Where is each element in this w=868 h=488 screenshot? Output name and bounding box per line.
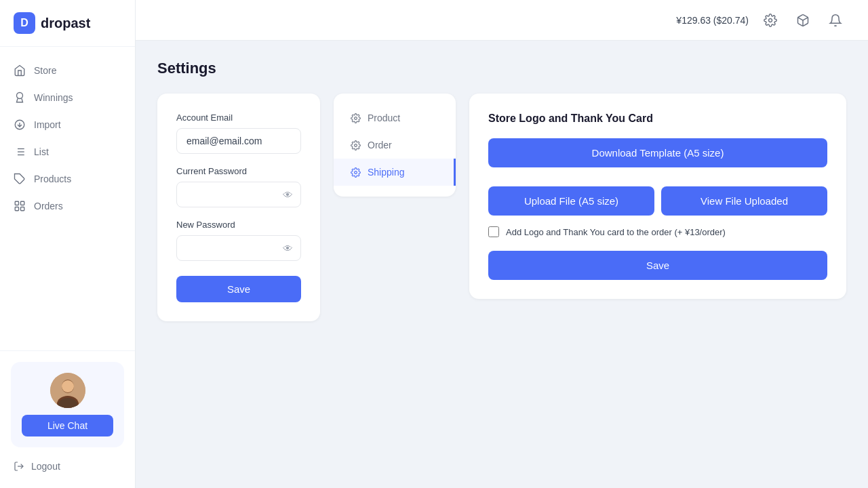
current-password-label: Current Password xyxy=(176,166,301,176)
settings-nav-product-label: Product xyxy=(368,113,400,123)
settings-nav-order[interactable]: Order xyxy=(334,131,456,159)
svg-point-19 xyxy=(769,18,772,22)
svg-point-16 xyxy=(62,380,74,392)
store-logo-card: Store Logo and Thank You Card Download T… xyxy=(469,94,846,299)
sidebar-item-products-label: Products xyxy=(34,174,71,184)
sidebar-item-winnings-label: Winnings xyxy=(34,92,73,103)
settings-icon[interactable] xyxy=(760,9,781,31)
new-password-label: New Password xyxy=(176,220,301,230)
svg-point-21 xyxy=(354,117,357,119)
svg-rect-10 xyxy=(21,201,24,205)
sidebar-item-products[interactable]: Products xyxy=(0,166,135,192)
main: ¥129.63 ($20.74) Settings xyxy=(136,0,868,488)
sidebar-item-import-label: Import xyxy=(34,119,61,130)
sidebar-logo: D dropast xyxy=(0,0,135,47)
new-password-wrap: 👁 xyxy=(176,235,301,261)
sidebar-item-list[interactable]: List xyxy=(0,139,135,165)
sidebar-item-list-label: List xyxy=(34,146,49,157)
svg-rect-12 xyxy=(21,207,24,211)
add-logo-checkbox-row: Add Logo and Thank You card to the order… xyxy=(488,226,827,237)
store-logo-title: Store Logo and Thank You Card xyxy=(488,113,827,125)
current-password-wrap: 👁 xyxy=(176,182,301,207)
svg-point-22 xyxy=(354,144,357,146)
sidebar-item-store-label: Store xyxy=(34,65,56,76)
logout-label: Logout xyxy=(31,461,60,472)
svg-point-23 xyxy=(354,171,357,174)
page-title: Settings xyxy=(157,60,846,77)
store-save-button[interactable]: Save xyxy=(488,251,827,280)
sidebar-item-winnings[interactable]: Winnings xyxy=(0,85,135,110)
settings-nav-card: Product Order xyxy=(334,94,456,197)
email-label: Account Email xyxy=(176,113,301,123)
logo-icon: D xyxy=(14,12,35,34)
package-icon[interactable] xyxy=(792,9,814,31)
order-settings-icon xyxy=(350,140,361,150)
store-icon xyxy=(14,64,26,77)
file-buttons-group: Upload File (A5 size) View File Uploaded xyxy=(488,186,827,216)
orders-icon xyxy=(14,200,26,212)
balance: ¥129.63 ($20.74) xyxy=(676,15,749,26)
logout-icon xyxy=(14,461,24,472)
add-logo-label: Add Logo and Thank You card to the order… xyxy=(506,227,726,237)
topbar: ¥129.63 ($20.74) xyxy=(136,0,868,41)
settings-grid: Account Email Current Password 👁 New Pas… xyxy=(157,94,846,321)
sidebar-item-orders[interactable]: Orders xyxy=(0,193,135,219)
sidebar-item-store[interactable]: Store xyxy=(0,58,135,83)
import-icon xyxy=(14,119,26,131)
product-settings-icon xyxy=(350,113,361,123)
products-icon xyxy=(14,173,26,185)
add-logo-checkbox[interactable] xyxy=(488,226,499,237)
list-icon xyxy=(14,146,26,158)
download-template-button[interactable]: Download Template (A5 size) xyxy=(488,138,827,167)
settings-nav-shipping[interactable]: Shipping xyxy=(334,159,456,186)
svg-rect-9 xyxy=(15,201,18,205)
settings-nav-shipping-label: Shipping xyxy=(368,167,405,178)
live-chat-button[interactable]: Live Chat xyxy=(22,415,113,436)
new-password-eye-icon[interactable]: 👁 xyxy=(283,243,293,254)
settings-nav-order-label: Order xyxy=(368,140,392,150)
live-chat-card: Live Chat xyxy=(11,362,124,447)
logo-name: dropast xyxy=(41,16,90,31)
upload-file-button[interactable]: Upload File (A5 size) xyxy=(488,186,654,216)
sidebar-nav: Store Winnings Import xyxy=(0,47,135,350)
sidebar-bottom: Live Chat Logout xyxy=(0,350,135,488)
bell-icon[interactable] xyxy=(825,9,846,31)
account-card: Account Email Current Password 👁 New Pas… xyxy=(157,94,320,321)
winnings-icon xyxy=(14,92,26,104)
sidebar: D dropast Store Winnings xyxy=(0,0,136,488)
current-password-eye-icon[interactable]: 👁 xyxy=(283,189,293,201)
view-file-button[interactable]: View File Uploaded xyxy=(661,186,827,216)
shipping-settings-icon xyxy=(350,167,361,178)
content: Settings Account Email Current Password … xyxy=(136,41,868,488)
email-field[interactable] xyxy=(176,128,301,154)
sidebar-item-import[interactable]: Import xyxy=(0,112,135,138)
svg-point-0 xyxy=(17,93,23,99)
logout-item[interactable]: Logout xyxy=(11,455,124,477)
sidebar-item-orders-label: Orders xyxy=(34,201,63,211)
svg-rect-11 xyxy=(15,207,18,211)
account-save-button[interactable]: Save xyxy=(176,276,301,302)
settings-nav-product[interactable]: Product xyxy=(334,104,456,131)
avatar xyxy=(50,373,85,408)
